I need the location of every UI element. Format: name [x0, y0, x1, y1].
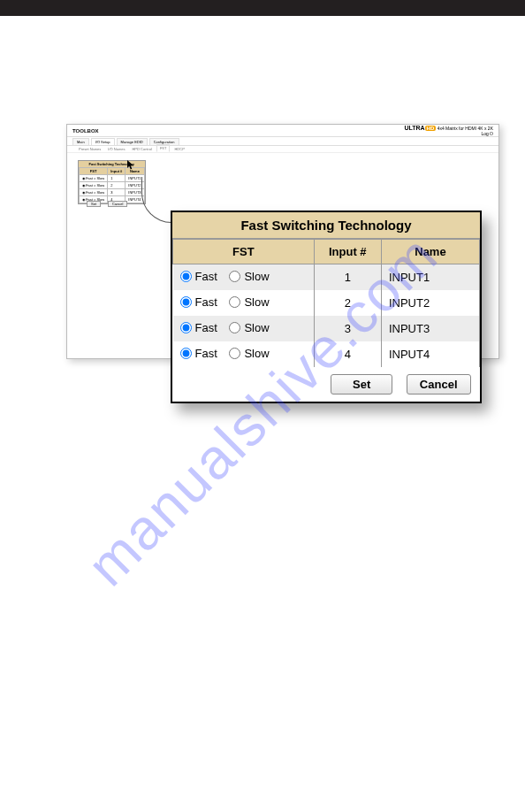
tab-main[interactable]: Main — [72, 138, 89, 145]
mini-col-input: Input # — [108, 168, 126, 175]
fst-panel: Fast Switching Technology FST Input # Na… — [171, 211, 482, 403]
radio-slow[interactable]: Slow — [229, 347, 269, 360]
subtab-fst[interactable]: FST — [156, 144, 171, 152]
mini-row-idx: 3 — [108, 189, 126, 196]
table-row: Fast Slow 3 INPUT3 — [173, 316, 480, 341]
name-cell: INPUT1 — [381, 264, 479, 291]
subtab-hpd-control[interactable]: HPD Control — [129, 146, 154, 152]
mini-row-fst: ◉ Fast ○ Slow — [80, 182, 108, 189]
button-row: Set Cancel — [173, 367, 480, 402]
ultra-logo-text: ULTRA — [404, 125, 424, 131]
fst-cell: Fast Slow — [173, 341, 315, 367]
radio-fast-input[interactable] — [180, 271, 192, 282]
tab-io-setup[interactable]: I/O Setup — [91, 138, 115, 145]
subtab-preset-names[interactable]: Preset Names — [76, 146, 103, 152]
mini-row-idx: 1 — [108, 175, 126, 182]
table-row: Fast Slow 2 INPUT2 — [173, 290, 480, 316]
titlebar: TOOLBOX ULTRAHD 4x4 Matrix for HDMI 4K x… — [67, 125, 498, 137]
fst-table: FST Input # Name Fast Slow 1 INPUT1 Fa — [172, 239, 480, 402]
logout-link[interactable]: Log O — [481, 131, 493, 136]
input-number-cell: 2 — [314, 290, 381, 316]
radio-fast-label: Fast — [195, 295, 217, 309]
name-cell: INPUT3 — [381, 316, 479, 341]
page-body: manualshive.com TOOLBOX ULTRAHD 4x4 Matr… — [0, 16, 525, 812]
mini-row-fst: ◉ Fast ○ Slow — [80, 175, 108, 182]
radio-slow-input[interactable] — [229, 271, 240, 282]
ultra-logo: ULTRAHD — [404, 125, 436, 131]
radio-fast-input[interactable] — [180, 296, 192, 308]
radio-slow-label: Slow — [244, 270, 269, 283]
subtab-io-names[interactable]: I/O Names — [105, 146, 127, 152]
radio-fast[interactable]: Fast — [180, 295, 217, 309]
name-cell: INPUT2 — [381, 290, 479, 316]
input-number-cell: 4 — [314, 341, 381, 367]
input-number-cell: 1 — [314, 264, 381, 291]
subtab-hdcp[interactable]: HDCP — [171, 146, 186, 152]
radio-fast-label: Fast — [195, 321, 217, 334]
radio-slow[interactable]: Slow — [229, 295, 269, 309]
radio-fast[interactable]: Fast — [180, 347, 217, 360]
col-fst: FST — [173, 240, 315, 264]
fst-cell: Fast Slow — [173, 290, 315, 316]
input-number-cell: 3 — [314, 316, 381, 341]
fst-cell: Fast Slow — [173, 264, 315, 291]
radio-fast[interactable]: Fast — [180, 270, 217, 283]
fst-panel-title: Fast Switching Technology — [172, 212, 480, 239]
mini-row-fst: ◉ Fast ○ Slow — [80, 189, 108, 196]
radio-slow-label: Slow — [244, 347, 269, 360]
callout-connector — [141, 177, 142, 193]
main-tabs: Main I/O Setup Manage EDID Configuration — [67, 137, 498, 146]
table-row: Fast Slow 1 INPUT1 — [173, 264, 480, 291]
mini-cancel-button[interactable]: Cancel — [108, 201, 127, 207]
name-cell: INPUT4 — [381, 341, 479, 367]
table-row: Fast Slow 4 INPUT4 — [173, 341, 480, 367]
radio-slow-input[interactable] — [229, 322, 240, 333]
mini-col-fst: FST — [80, 168, 108, 175]
radio-slow-label: Slow — [244, 321, 269, 334]
mini-row-idx: 2 — [108, 182, 126, 189]
hd-badge: HD — [425, 126, 437, 131]
radio-fast-input[interactable] — [180, 322, 192, 333]
radio-slow[interactable]: Slow — [229, 270, 269, 283]
radio-fast-label: Fast — [195, 270, 217, 283]
mini-fst-table: Fast Switching Technology FST Input # Na… — [78, 160, 146, 204]
page-header-band — [0, 0, 525, 16]
tab-manage-edid[interactable]: Manage EDID — [117, 138, 148, 145]
set-button[interactable]: Set — [331, 374, 392, 395]
radio-slow[interactable]: Slow — [229, 321, 269, 334]
mini-set-button[interactable]: Set — [87, 201, 101, 207]
mini-buttons: Set Cancel — [87, 201, 127, 207]
radio-slow-label: Slow — [244, 295, 269, 309]
sub-tabs: Preset Names I/O Names HPD Control FST H… — [67, 146, 498, 153]
radio-fast-input[interactable] — [180, 348, 192, 359]
col-input: Input # — [314, 240, 381, 264]
fst-cell: Fast Slow — [173, 316, 315, 341]
titlebar-right: ULTRAHD 4x4 Matrix for HDMI 4K x 2K Log … — [404, 126, 493, 136]
app-title: TOOLBOX — [72, 128, 99, 134]
radio-fast-label: Fast — [195, 347, 217, 360]
col-name: Name — [381, 240, 479, 264]
cancel-button[interactable]: Cancel — [407, 374, 471, 395]
radio-fast[interactable]: Fast — [180, 321, 217, 334]
radio-slow-input[interactable] — [229, 296, 240, 308]
radio-slow-input[interactable] — [229, 348, 240, 359]
